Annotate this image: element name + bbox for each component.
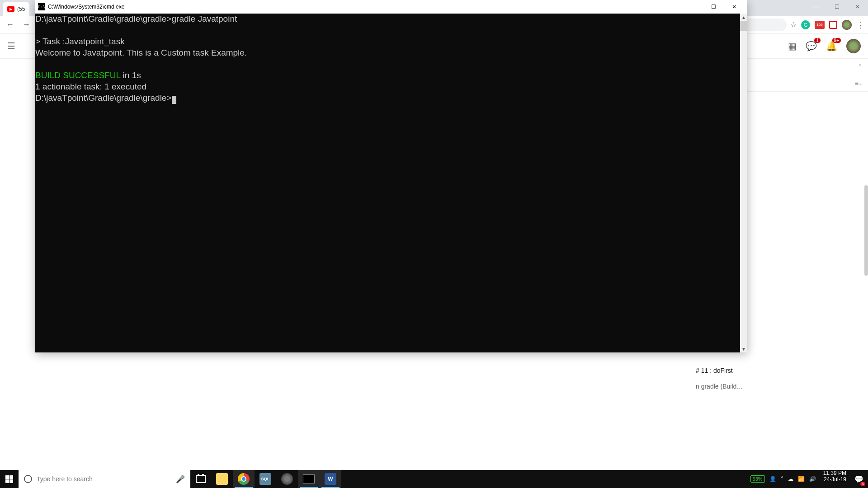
taskbar-apps: SQL W (211, 470, 341, 488)
cmd-body[interactable]: D:\javaTpoint\Gradle\gradle\gradle>gradl… (35, 14, 747, 352)
taskbar-spacer (341, 470, 747, 488)
term-success: BUILD SUCCESSFUL (35, 70, 120, 80)
grammarly-icon[interactable]: G (801, 20, 810, 29)
close-button[interactable]: ✕ (724, 0, 745, 14)
scrollbar-thumb[interactable] (864, 185, 868, 276)
bell-badge: 9+ (832, 38, 841, 43)
cursor-icon (172, 96, 176, 104)
playlist-add-icon[interactable]: ≡₊ (855, 80, 862, 87)
action-center-button[interactable]: 💬 6 (850, 470, 868, 488)
hamburger-icon[interactable]: ☰ (7, 41, 18, 52)
maximize-button[interactable]: ☐ (703, 0, 724, 14)
battery-indicator[interactable]: 53% (750, 475, 765, 483)
bg-chrome-window-controls: — ☐ ✕ (806, 0, 868, 14)
minimize-button[interactable]: — (682, 0, 703, 14)
cmd-title: C:\Windows\System32\cmd.exe (48, 4, 124, 10)
cmd-icon: C:\ (38, 3, 45, 10)
tab-title: (55 (17, 6, 25, 12)
volume-icon[interactable]: 🔊 (809, 476, 816, 482)
tray-chevron-icon[interactable]: ˄ (781, 476, 783, 482)
bg-close-button[interactable]: ✕ (847, 0, 868, 14)
system-tray: 53% 👤 ˄ ☁ 📶 🔊 (747, 470, 820, 488)
word-taskbar-button[interactable]: W (320, 470, 341, 488)
folder-icon (216, 473, 228, 485)
cmd-window-controls: — ☐ ✕ (682, 0, 745, 14)
gear-icon (281, 473, 293, 485)
cmd-taskbar-icon (303, 474, 315, 483)
clock-time: 11:39 PM (823, 470, 846, 476)
term-line: in 1s (120, 70, 141, 80)
chevron-up-icon[interactable]: ˄ (859, 63, 862, 70)
scroll-thumb[interactable] (740, 21, 747, 31)
youtube-avatar[interactable] (846, 39, 861, 53)
cmd-scrollbar[interactable]: ▲ ▼ (740, 14, 747, 352)
taskview-icon (196, 475, 206, 483)
back-button[interactable]: ← (4, 19, 16, 31)
forward-button[interactable]: → (20, 19, 33, 31)
bg-maximize-button[interactable]: ☐ (826, 0, 847, 14)
cortana-circle-icon (24, 475, 32, 483)
clock-date: 24-Jul-19 (823, 476, 846, 483)
taskbar: Type here to search 🎤 SQL W 53% 👤 ˄ ☁ 📶 … (0, 470, 868, 488)
youtube-icon: ▶ (7, 6, 14, 12)
star-icon[interactable]: ☆ (790, 20, 797, 29)
term-prompt: D:\javaTpoint\Gradle\gradle\gradle> (35, 93, 172, 103)
scroll-track[interactable] (740, 21, 747, 345)
mysql-taskbar-button[interactable]: SQL (255, 470, 276, 488)
term-line: Welcome to Javatpoint. This is a Custom … (35, 48, 247, 57)
taskbar-clock[interactable]: 11:39 PM 24-Jul-19 (820, 470, 850, 488)
onedrive-icon[interactable]: ☁ (788, 476, 793, 482)
chrome-taskbar-button[interactable] (233, 470, 255, 488)
apps-icon[interactable]: ▦ (788, 41, 797, 52)
term-line: D:\javaTpoint\Gradle\gradle\gradle>gradl… (35, 14, 237, 23)
chrome-menu-icon[interactable]: ⋮ (856, 20, 864, 30)
browser-tab[interactable]: ▶ (55 (3, 2, 29, 16)
microphone-icon[interactable]: 🎤 (176, 475, 185, 483)
word-icon: W (325, 473, 336, 485)
term-line: 1 actionable task: 1 executed (35, 82, 146, 91)
cmd-window: C:\ C:\Windows\System32\cmd.exe — ☐ ✕ D:… (35, 0, 747, 352)
scroll-up-icon[interactable]: ▲ (740, 14, 747, 21)
wifi-icon[interactable]: 📶 (798, 476, 805, 482)
start-button[interactable] (0, 470, 19, 488)
profile-avatar-icon[interactable] (842, 20, 852, 30)
terminal-output: D:\javaTpoint\Gradle\gradle\gradle>gradl… (35, 14, 740, 104)
bg-minimize-button[interactable]: — (806, 0, 826, 14)
file-explorer-button[interactable] (211, 470, 233, 488)
search-placeholder: Type here to search (37, 475, 93, 483)
windows-logo-icon (5, 475, 13, 483)
cmd-content[interactable]: D:\javaTpoint\Gradle\gradle\gradle>gradl… (35, 14, 740, 352)
cmd-titlebar[interactable]: C:\ C:\Windows\System32\cmd.exe — ☐ ✕ (35, 0, 747, 14)
mysql-icon: SQL (259, 473, 271, 485)
term-line: > Task :Javatpoint_task (35, 37, 125, 46)
list-item[interactable]: n gradle (Build… (689, 379, 868, 394)
calendar-extension-icon[interactable]: 166 (815, 21, 825, 29)
chrome-icon (238, 473, 250, 485)
extension-icons: ☆ G 166 ⋮ (790, 20, 864, 30)
settings-taskbar-button[interactable] (276, 470, 298, 488)
messages-badge: 1 (814, 38, 821, 43)
messages-icon[interactable]: 💬1 (806, 41, 817, 52)
task-view-button[interactable] (190, 470, 211, 488)
scroll-down-icon[interactable]: ▼ (740, 345, 747, 352)
list-item[interactable]: # 11 : doFirst (689, 363, 868, 378)
notifications-bell-icon[interactable]: 🔔9+ (826, 41, 837, 52)
mcafee-icon[interactable] (829, 21, 837, 29)
cmd-taskbar-button[interactable] (298, 470, 320, 488)
people-icon[interactable]: 👤 (769, 476, 776, 482)
notification-badge: 6 (860, 482, 865, 486)
taskbar-search[interactable]: Type here to search 🎤 (19, 470, 190, 488)
